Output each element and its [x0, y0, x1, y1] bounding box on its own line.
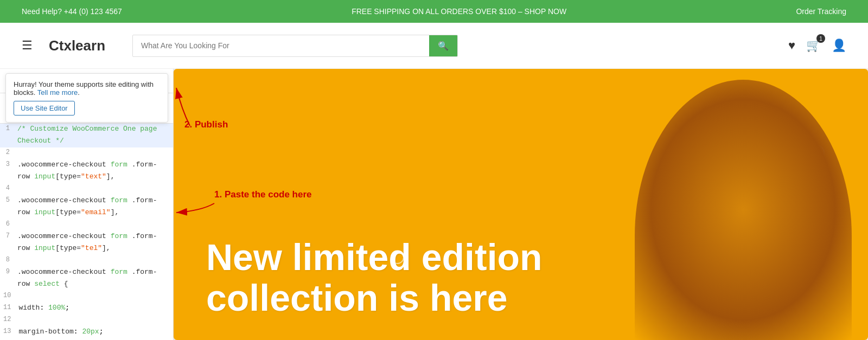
code-line: 5 .woocommerce-checkout form .form- — [0, 195, 173, 207]
site-logo: Ctxlearn — [49, 37, 105, 54]
code-line: 6 — [0, 219, 173, 231]
tooltip-text: Hurray! Your theme supports site editing… — [14, 80, 154, 97]
code-line: 3 .woocommerce-checkout form .form- — [0, 159, 173, 171]
code-line: 9 .woocommerce-checkout form .form- — [0, 267, 173, 279]
cart-badge: 1 — [816, 34, 825, 43]
top-bar: Need Help? +44 (0) 123 4567 FREE SHIPPIN… — [0, 0, 868, 23]
header-icons: ♥ 🛒 1 👤 — [788, 39, 846, 53]
code-line: 1 /* Customize WooCommerce One page — [0, 124, 173, 136]
content-area: New limited edition collection is here — [174, 69, 868, 340]
tell-more-link[interactable]: Tell me more — [37, 88, 78, 97]
promo-text: FREE SHIPPING ON ALL ORDERS OVER $100 – … — [352, 7, 566, 16]
hero-text-block: New limited edition collection is here — [206, 237, 542, 318]
user-icon[interactable]: 👤 — [832, 39, 846, 53]
order-tracking-link[interactable]: Order Tracking — [796, 7, 846, 16]
code-line: row input[type="email"], — [0, 207, 173, 219]
main-layout: ✕ Publish ⚙ Hurray! Your theme supports … — [0, 69, 868, 340]
search-input[interactable] — [133, 36, 429, 55]
tooltip-popup: Hurray! Your theme supports site editing… — [5, 73, 168, 123]
code-line: 10 — [0, 291, 173, 303]
cart-icon[interactable]: 🛒 1 — [806, 39, 821, 53]
code-line: 8 — [0, 255, 173, 267]
code-line: 7 .woocommerce-checkout form .form- — [0, 231, 173, 243]
search-bar: 🔍 — [132, 35, 458, 57]
help-text: Need Help? +44 (0) 123 4567 — [22, 7, 122, 16]
wishlist-icon[interactable]: ♥ — [788, 39, 795, 53]
code-line: 4 — [0, 183, 173, 195]
sidebar: ✕ Publish ⚙ Hurray! Your theme supports … — [0, 69, 174, 340]
hero-banner: New limited edition collection is here — [174, 69, 868, 340]
site-header: ☰ Ctxlearn 🔍 ♥ 🛒 1 👤 — [0, 23, 868, 69]
code-line: 13 margin-bottom: 20px; — [0, 326, 173, 338]
use-site-editor-button[interactable]: Use Site Editor — [14, 101, 75, 116]
code-line: row input[type="tel"], — [0, 243, 173, 255]
code-line: 12 — [0, 315, 173, 326]
code-editor[interactable]: 1 /* Customize WooCommerce One page Chec… — [0, 124, 173, 340]
code-line: Checkout */ — [0, 136, 173, 147]
code-line: 2 — [0, 147, 173, 159]
woman-figure — [635, 80, 852, 340]
code-line: 11 width: 100%; — [0, 303, 173, 315]
code-line: row input[type="text"], — [0, 171, 173, 183]
hamburger-icon[interactable]: ☰ — [22, 39, 33, 53]
search-button[interactable]: 🔍 — [429, 35, 457, 56]
code-line: row select { — [0, 279, 173, 291]
hero-title: New limited edition collection is here — [206, 237, 542, 318]
